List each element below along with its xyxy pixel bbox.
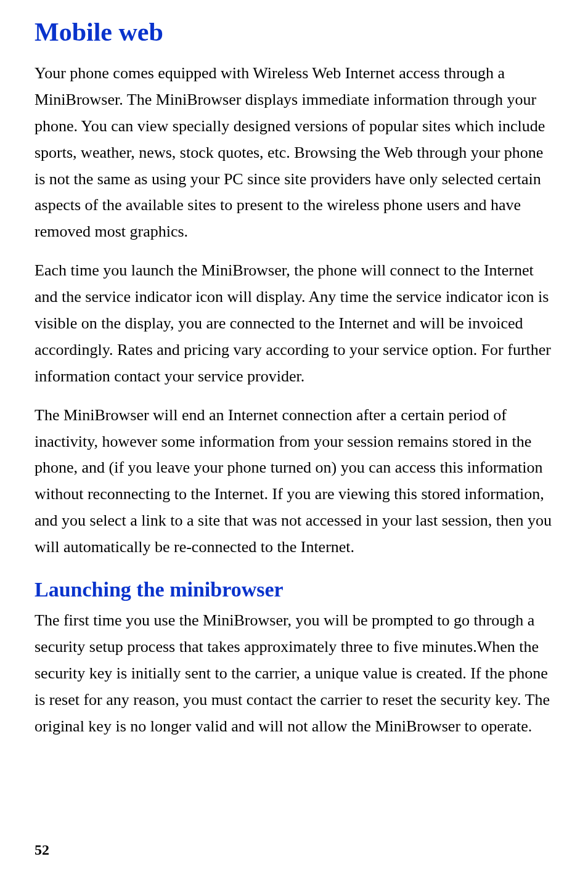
page-title: Mobile web <box>35 17 553 47</box>
section-paragraph: The first time you use the MiniBrowser, … <box>35 608 553 739</box>
page-number: 52 <box>35 842 49 858</box>
body-paragraph-3: The MiniBrowser will end an Internet con… <box>35 402 553 561</box>
body-paragraph-1: Your phone comes equipped with Wireless … <box>35 60 553 245</box>
section-heading: Launching the minibrowser <box>35 578 553 601</box>
body-paragraph-2: Each time you launch the MiniBrowser, th… <box>35 258 553 389</box>
